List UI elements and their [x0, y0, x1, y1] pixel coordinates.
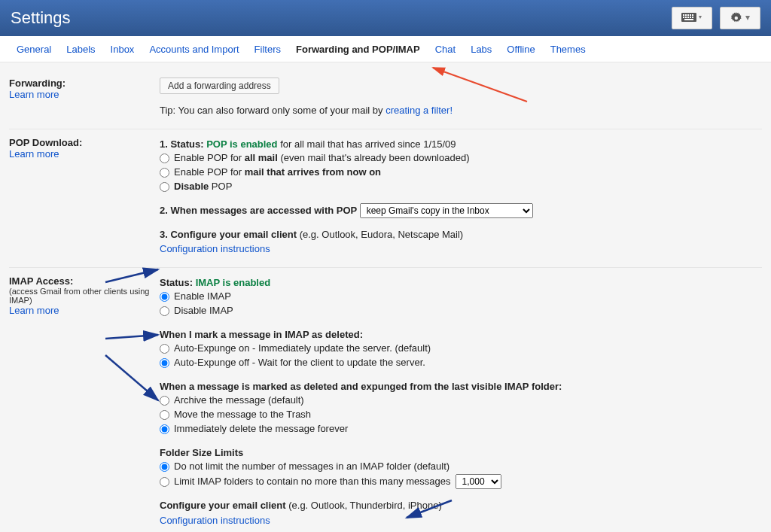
- svg-rect-9: [690, 17, 691, 18]
- imap-expunge-trash-radio[interactable]: [160, 410, 169, 420]
- svg-rect-3: [687, 14, 689, 16]
- forwarding-label: Forwarding:: [9, 78, 152, 89]
- pop-disable-radio[interactable]: [160, 182, 169, 192]
- pop-enable-allmail-radio[interactable]: [160, 154, 169, 163]
- tab-labs[interactable]: Labs: [463, 39, 499, 59]
- imap-learn-more-link[interactable]: Learn more: [9, 305, 59, 316]
- imap-enable-radio[interactable]: [160, 292, 169, 302]
- svg-point-12: [735, 17, 738, 20]
- imap-folder-limit-radio[interactable]: [160, 477, 169, 487]
- imap-status-value: IMAP is enabled: [196, 277, 270, 288]
- add-forwarding-address-button[interactable]: Add a forwarding address: [160, 78, 279, 94]
- forwarding-section: Forwarding: Learn more Add a forwarding …: [9, 70, 762, 129]
- imap-expunged-heading: When a message is marked as deleted and …: [160, 379, 762, 394]
- pop-status-value: POP is enabled: [206, 138, 277, 150]
- imap-configure-bold: Configure your email client: [160, 500, 286, 511]
- pop-configure-bold: 3. Configure your email client: [160, 229, 297, 240]
- svg-rect-4: [690, 14, 691, 16]
- settings-content: Forwarding: Learn more Add a forwarding …: [0, 62, 771, 532]
- tab-chat[interactable]: Chat: [428, 39, 463, 59]
- imap-disable-radio[interactable]: [160, 306, 169, 316]
- imap-autoexpunge-off-radio[interactable]: [160, 358, 169, 368]
- imap-sublabel: (access Gmail from other clients using I…: [9, 287, 152, 305]
- forwarding-tip-text: Tip: You can also forward only some of y…: [160, 105, 386, 116]
- tab-forwarding-and-pop-imap[interactable]: Forwarding and POP/IMAP: [288, 39, 428, 59]
- svg-rect-11: [684, 19, 693, 20]
- pop-accessed-label: 2. When messages are accessed with POP: [160, 205, 360, 216]
- tab-offline[interactable]: Offline: [499, 39, 542, 59]
- imap-label: IMAP Access:: [9, 275, 152, 287]
- tab-labels[interactable]: Labels: [59, 39, 102, 59]
- keyboard-icon: [681, 13, 702, 23]
- imap-folder-nolimit-radio[interactable]: [160, 462, 169, 472]
- pop-config-instructions-link[interactable]: Configuration instructions: [160, 243, 270, 254]
- svg-rect-8: [687, 17, 689, 18]
- imap-expunge-delete-radio[interactable]: [160, 424, 169, 434]
- input-tools-button[interactable]: [672, 7, 712, 29]
- settings-tabs: GeneralLabelsInboxAccounts and ImportFil…: [0, 36, 771, 62]
- pop-enable-nowon-radio[interactable]: [160, 168, 169, 178]
- svg-rect-7: [685, 17, 687, 18]
- imap-config-instructions-link[interactable]: Configuration instructions: [160, 515, 270, 526]
- page-title: Settings: [11, 8, 71, 28]
- pop-learn-more-link[interactable]: Learn more: [9, 148, 59, 160]
- pop-label: POP Download:: [9, 137, 152, 148]
- imap-status-prefix: Status:: [160, 277, 196, 288]
- pop-accessed-select[interactable]: keep Gmail's copy in the Inbox: [360, 203, 533, 218]
- tab-inbox[interactable]: Inbox: [103, 39, 142, 59]
- svg-rect-6: [683, 17, 684, 18]
- tab-general[interactable]: General: [9, 39, 59, 59]
- pop-status-prefix: 1. Status:: [160, 138, 206, 150]
- tab-accounts-and-import[interactable]: Accounts and Import: [142, 39, 246, 59]
- pop-download-section: POP Download: Learn more 1. Status: POP …: [9, 129, 762, 268]
- imap-autoexpunge-on-radio[interactable]: [160, 344, 169, 354]
- pop-configure-rest: (e.g. Outlook, Eudora, Netscape Mail): [297, 229, 463, 240]
- imap-configure-rest: (e.g. Outlook, Thunderbird, iPhone): [286, 500, 442, 511]
- svg-rect-5: [692, 14, 693, 16]
- imap-deleted-heading: When I mark a message in IMAP as deleted…: [160, 327, 762, 342]
- settings-gear-button[interactable]: [720, 7, 760, 29]
- svg-rect-10: [692, 17, 693, 18]
- gear-icon: [730, 12, 751, 24]
- imap-folder-heading: Folder Size Limits: [160, 445, 762, 461]
- create-filter-link[interactable]: creating a filter!: [386, 105, 453, 116]
- app-header: Settings: [0, 0, 771, 36]
- svg-rect-1: [683, 14, 684, 16]
- forwarding-learn-more-link[interactable]: Learn more: [9, 89, 59, 100]
- tab-filters[interactable]: Filters: [247, 39, 288, 59]
- imap-access-section: IMAP Access: (access Gmail from other cl…: [9, 268, 762, 532]
- tab-themes[interactable]: Themes: [543, 39, 593, 59]
- svg-rect-2: [685, 14, 687, 16]
- pop-status-suffix: for all mail that has arrived since 1/15…: [278, 138, 456, 150]
- imap-expunge-archive-radio[interactable]: [160, 396, 169, 406]
- imap-folder-limit-select[interactable]: 1,000: [456, 474, 501, 489]
